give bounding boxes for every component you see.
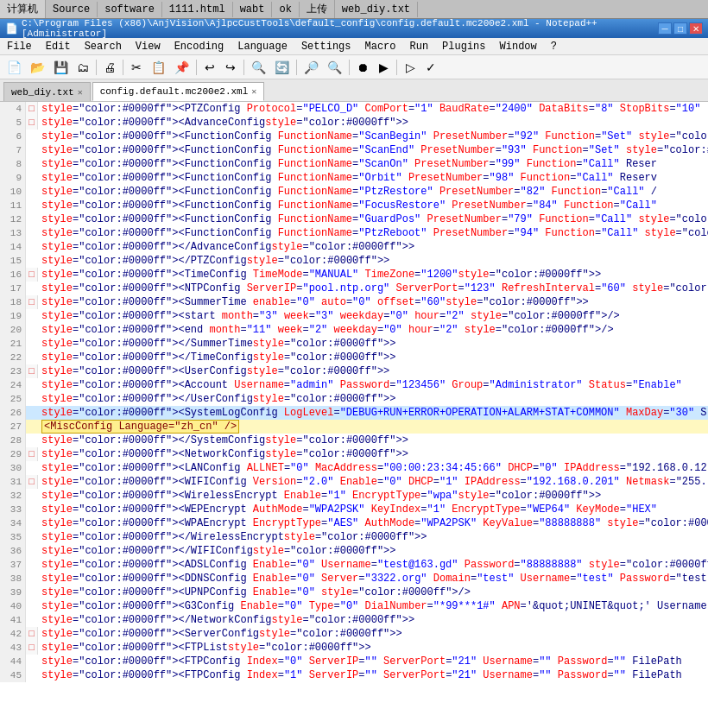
save-button[interactable]: 💾 (50, 58, 72, 77)
line-number-24: 24 (0, 378, 26, 392)
open-button[interactable]: 📂 (27, 58, 48, 77)
line-fold-4[interactable]: □ (26, 102, 38, 116)
menu-settings[interactable]: Settings (294, 39, 358, 54)
run-button[interactable]: ▷ (401, 58, 420, 77)
code-line-25[interactable]: 25 style="color:#0000ff"></UserConfigsty… (0, 392, 708, 406)
menu-language[interactable]: Language (231, 39, 294, 54)
line-fold-16[interactable]: □ (26, 268, 38, 282)
macro-play-button[interactable]: ▶ (374, 58, 393, 77)
code-line-20[interactable]: 20 style="color:#0000ff"><end month="11"… (0, 323, 708, 337)
code-line-18[interactable]: 18□ style="color:#0000ff"><SummerTime en… (0, 295, 708, 309)
find-button[interactable]: 🔍 (248, 58, 269, 77)
code-line-15[interactable]: 15 style="color:#0000ff"></PTZConfigstyl… (0, 254, 708, 268)
syntax-button[interactable]: ✓ (421, 58, 440, 77)
line-fold-31[interactable]: □ (26, 475, 38, 489)
code-line-10[interactable]: 10 style="color:#0000ff"><FunctionConfig… (0, 185, 708, 199)
taskbar-item-html[interactable]: 1111.html (162, 2, 233, 17)
redo-button[interactable]: ↪ (221, 58, 240, 77)
code-line-26[interactable]: 26 style="color:#0000ff"><SystemLogConfi… (0, 406, 708, 420)
code-line-27[interactable]: 27 <MiscConfig Language="zh_cn" /><MiscC… (0, 420, 708, 434)
code-line-32[interactable]: 32 style="color:#0000ff"><WirelessEncryp… (0, 489, 708, 503)
tab-webdiy-close[interactable]: ✕ (78, 87, 83, 98)
code-line-31[interactable]: 31□ style="color:#0000ff"><WIFIConfig Ve… (0, 475, 708, 489)
code-line-24[interactable]: 24 style="color:#0000ff"><Account Userna… (0, 378, 708, 392)
code-line-37[interactable]: 37 style="color:#0000ff"><ADSLConfig Ena… (0, 558, 708, 572)
code-line-43[interactable]: 43□ style="color:#0000ff"><FTPListstyle=… (0, 641, 708, 655)
code-line-12[interactable]: 12 style="color:#0000ff"><FunctionConfig… (0, 212, 708, 226)
paste-button[interactable]: 📌 (171, 58, 193, 77)
taskbar-item-ok[interactable]: ok (272, 2, 299, 17)
code-line-6[interactable]: 6 style="color:#0000ff"><FunctionConfig … (0, 130, 708, 143)
code-line-34[interactable]: 34 style="color:#0000ff"><WPAEncrypt Enc… (0, 516, 708, 530)
code-line-42[interactable]: 42□ style="color:#0000ff"><ServerConfigs… (0, 627, 708, 641)
code-line-8[interactable]: 8 style="color:#0000ff"><FunctionConfig … (0, 157, 708, 171)
taskbar-item-computer[interactable]: 计算机 (0, 0, 46, 18)
menu-help[interactable]: ? (544, 39, 564, 54)
minimize-button[interactable]: ─ (658, 22, 672, 35)
line-fold-5[interactable]: □ (26, 116, 38, 130)
menu-macro[interactable]: Macro (357, 39, 402, 54)
code-line-36[interactable]: 36 style="color:#0000ff"></WIFIConfigsty… (0, 544, 708, 558)
taskbar-item-webdiy[interactable]: web_diy.txt (335, 2, 418, 17)
replace-button[interactable]: 🔄 (271, 58, 293, 77)
taskbar-item-upload[interactable]: 上传 (300, 0, 335, 18)
code-line-28[interactable]: 28 style="color:#0000ff"></SystemConfigs… (0, 434, 708, 447)
code-line-11[interactable]: 11 style="color:#0000ff"><FunctionConfig… (0, 199, 708, 212)
cut-button[interactable]: ✂ (127, 58, 146, 77)
line-fold-43[interactable]: □ (26, 641, 38, 655)
taskbar-item-software[interactable]: software (98, 2, 162, 17)
copy-button[interactable]: 📋 (148, 58, 169, 77)
tab-config[interactable]: config.default.mc200e2.xml ✕ (92, 82, 265, 101)
menu-search[interactable]: Search (78, 39, 129, 54)
menu-view[interactable]: View (129, 39, 168, 54)
line-fold-42[interactable]: □ (26, 627, 38, 641)
close-button[interactable]: ✕ (689, 22, 703, 35)
zoom-in-button[interactable]: 🔎 (300, 58, 322, 77)
code-line-23[interactable]: 23□ style="color:#0000ff"><UserConfigsty… (0, 364, 708, 378)
new-button[interactable]: 📄 (3, 58, 25, 77)
code-line-4[interactable]: 4□ style="color:#0000ff"><PTZConfig Prot… (0, 102, 708, 116)
line-fold-18[interactable]: □ (26, 295, 38, 309)
code-line-40[interactable]: 40 style="color:#0000ff"><G3Config Enabl… (0, 599, 708, 613)
line-fold-29[interactable]: □ (26, 447, 38, 461)
code-line-33[interactable]: 33 style="color:#0000ff"><WEPEncrypt Aut… (0, 503, 708, 516)
tab-webdiy[interactable]: web_diy.txt ✕ (3, 82, 91, 101)
code-line-9[interactable]: 9 style="color:#0000ff"><FunctionConfig … (0, 171, 708, 185)
line-fold-23[interactable]: □ (26, 364, 38, 378)
code-line-22[interactable]: 22 style="color:#0000ff"></TimeConfigsty… (0, 351, 708, 364)
maximize-button[interactable]: □ (673, 22, 687, 35)
line-content-17: style="color:#0000ff"><NTPConfig ServerI… (38, 282, 708, 295)
code-line-30[interactable]: 30 style="color:#0000ff"><LANConfig ALLN… (0, 461, 708, 475)
code-line-16[interactable]: 16□ style="color:#0000ff"><TimeConfig Ti… (0, 268, 708, 282)
code-line-19[interactable]: 19 style="color:#0000ff"><start month="3… (0, 309, 708, 323)
code-line-29[interactable]: 29□ style="color:#0000ff"><NetworkConfig… (0, 447, 708, 461)
macro-rec-button[interactable]: ⏺ (353, 58, 372, 77)
taskbar-item-source[interactable]: Source (46, 2, 98, 17)
code-line-45[interactable]: 45 style="color:#0000ff"><FTPConfig Inde… (0, 668, 708, 682)
code-line-14[interactable]: 14 style="color:#0000ff"></AdvanceConfig… (0, 240, 708, 254)
code-line-41[interactable]: 41 style="color:#0000ff"></NetworkConfig… (0, 613, 708, 627)
menu-plugins[interactable]: Plugins (435, 39, 492, 54)
menu-window[interactable]: Window (493, 39, 544, 54)
code-line-35[interactable]: 35 style="color:#0000ff"></WirelessEncry… (0, 530, 708, 544)
save-all-button[interactable]: 🗂 (73, 58, 92, 77)
code-line-21[interactable]: 21 style="color:#0000ff"></SummerTimesty… (0, 337, 708, 351)
taskbar-item-wabt[interactable]: wabt (233, 2, 273, 17)
tab-config-close[interactable]: ✕ (251, 86, 256, 97)
line-number-20: 20 (0, 323, 26, 337)
code-line-13[interactable]: 13 style="color:#0000ff"><FunctionConfig… (0, 226, 708, 240)
editor[interactable]: 4□ style="color:#0000ff"><PTZConfig Prot… (0, 102, 708, 728)
code-line-17[interactable]: 17 style="color:#0000ff"><NTPConfig Serv… (0, 282, 708, 295)
zoom-out-button[interactable]: 🔍 (324, 58, 345, 77)
menu-edit[interactable]: Edit (39, 39, 78, 54)
print-button[interactable]: 🖨 (100, 58, 119, 77)
menu-encoding[interactable]: Encoding (168, 39, 231, 54)
code-line-5[interactable]: 5□ style="color:#0000ff"><AdvanceConfigs… (0, 116, 708, 130)
code-line-7[interactable]: 7 style="color:#0000ff"><FunctionConfig … (0, 143, 708, 157)
undo-button[interactable]: ↩ (200, 58, 219, 77)
menu-file[interactable]: File (0, 39, 39, 54)
menu-run[interactable]: Run (403, 39, 436, 54)
code-line-44[interactable]: 44 style="color:#0000ff"><FTPConfig Inde… (0, 655, 708, 668)
code-line-38[interactable]: 38 style="color:#0000ff"><DDNSConfig Ena… (0, 572, 708, 586)
code-line-39[interactable]: 39 style="color:#0000ff"><UPNPConfig Ena… (0, 586, 708, 599)
